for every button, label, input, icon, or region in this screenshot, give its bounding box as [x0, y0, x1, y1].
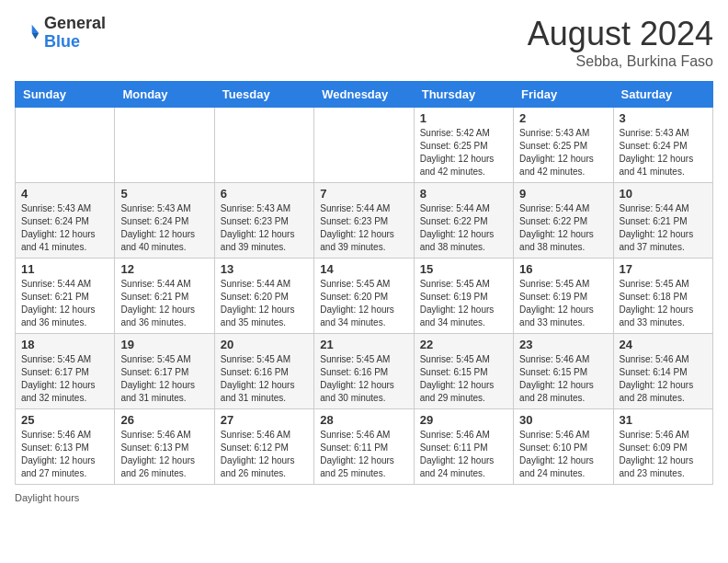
calendar-cell: 21Sunrise: 5:45 AM Sunset: 6:16 PM Dayli… — [314, 334, 414, 409]
day-number: 28 — [320, 413, 407, 427]
day-info: Sunrise: 5:44 AM Sunset: 6:20 PM Dayligh… — [221, 278, 308, 329]
day-info: Sunrise: 5:46 AM Sunset: 6:14 PM Dayligh… — [620, 353, 707, 405]
calendar-cell — [314, 108, 414, 183]
day-info: Sunrise: 5:43 AM Sunset: 6:24 PM Dayligh… — [620, 127, 707, 178]
calendar-cell: 3Sunrise: 5:43 AM Sunset: 6:24 PM Daylig… — [613, 108, 712, 183]
location-subtitle: Sebba, Burkina Faso — [528, 53, 713, 70]
day-number: 7 — [320, 187, 407, 201]
calendar-cell — [115, 108, 214, 183]
weekday-header-tuesday: Tuesday — [214, 82, 313, 108]
day-info: Sunrise: 5:45 AM Sunset: 6:18 PM Dayligh… — [620, 278, 707, 329]
day-info: Sunrise: 5:44 AM Sunset: 6:21 PM Dayligh… — [120, 278, 208, 329]
footer: Daylight hours — [15, 492, 713, 503]
calendar-cell: 5Sunrise: 5:43 AM Sunset: 6:24 PM Daylig… — [115, 183, 214, 259]
calendar-cell: 24Sunrise: 5:46 AM Sunset: 6:14 PM Dayli… — [613, 334, 712, 409]
day-info: Sunrise: 5:45 AM Sunset: 6:17 PM Dayligh… — [21, 353, 108, 405]
calendar-cell: 22Sunrise: 5:45 AM Sunset: 6:15 PM Dayli… — [414, 334, 513, 409]
day-info: Sunrise: 5:45 AM Sunset: 6:16 PM Dayligh… — [320, 353, 407, 405]
day-number: 6 — [221, 187, 308, 201]
day-number: 13 — [221, 262, 308, 276]
logo-text: General Blue — [44, 15, 106, 52]
day-info: Sunrise: 5:43 AM Sunset: 6:24 PM Dayligh… — [120, 202, 208, 254]
day-number: 1 — [420, 111, 507, 125]
calendar-week-row: 11Sunrise: 5:44 AM Sunset: 6:21 PM Dayli… — [16, 259, 713, 334]
day-number: 19 — [120, 338, 208, 351]
day-info: Sunrise: 5:46 AM Sunset: 6:10 PM Dayligh… — [519, 429, 607, 480]
day-number: 21 — [320, 338, 407, 351]
day-number: 2 — [519, 111, 607, 125]
month-title: August 2024 — [528, 15, 713, 53]
day-number: 9 — [519, 187, 607, 201]
calendar-week-row: 4Sunrise: 5:43 AM Sunset: 6:24 PM Daylig… — [16, 183, 713, 259]
calendar-cell: 13Sunrise: 5:44 AM Sunset: 6:20 PM Dayli… — [214, 259, 313, 334]
day-info: Sunrise: 5:45 AM Sunset: 6:19 PM Dayligh… — [519, 278, 607, 329]
weekday-header-thursday: Thursday — [414, 82, 513, 108]
calendar-cell: 2Sunrise: 5:43 AM Sunset: 6:25 PM Daylig… — [514, 108, 613, 183]
day-number: 10 — [620, 187, 707, 201]
day-info: Sunrise: 5:46 AM Sunset: 6:13 PM Dayligh… — [21, 429, 108, 480]
day-info: Sunrise: 5:46 AM Sunset: 6:12 PM Dayligh… — [221, 429, 308, 480]
day-number: 29 — [420, 413, 507, 427]
day-number: 23 — [519, 338, 607, 351]
day-info: Sunrise: 5:44 AM Sunset: 6:21 PM Dayligh… — [620, 202, 707, 254]
calendar-table: SundayMondayTuesdayWednesdayThursdayFrid… — [15, 81, 713, 485]
logo-icon — [15, 20, 40, 46]
day-number: 4 — [21, 187, 108, 201]
day-info: Sunrise: 5:44 AM Sunset: 6:22 PM Dayligh… — [519, 202, 607, 254]
calendar-cell: 6Sunrise: 5:43 AM Sunset: 6:23 PM Daylig… — [214, 183, 313, 259]
calendar-week-row: 25Sunrise: 5:46 AM Sunset: 6:13 PM Dayli… — [16, 409, 713, 485]
calendar-cell: 7Sunrise: 5:44 AM Sunset: 6:23 PM Daylig… — [314, 183, 414, 259]
day-number: 8 — [420, 187, 507, 201]
day-number: 26 — [120, 413, 208, 427]
calendar-cell: 17Sunrise: 5:45 AM Sunset: 6:18 PM Dayli… — [613, 259, 712, 334]
calendar-cell: 12Sunrise: 5:44 AM Sunset: 6:21 PM Dayli… — [115, 259, 214, 334]
day-number: 30 — [519, 413, 607, 427]
calendar-cell: 1Sunrise: 5:42 AM Sunset: 6:25 PM Daylig… — [414, 108, 513, 183]
calendar-cell: 4Sunrise: 5:43 AM Sunset: 6:24 PM Daylig… — [16, 183, 115, 259]
weekday-header-wednesday: Wednesday — [314, 82, 414, 108]
daylight-hours-label: Daylight hours — [15, 492, 79, 503]
day-number: 16 — [519, 262, 607, 276]
svg-marker-0 — [32, 24, 39, 32]
calendar-cell: 31Sunrise: 5:46 AM Sunset: 6:09 PM Dayli… — [613, 409, 712, 485]
logo: General Blue — [15, 15, 106, 52]
day-info: Sunrise: 5:46 AM Sunset: 6:15 PM Dayligh… — [519, 353, 607, 405]
day-number: 27 — [221, 413, 308, 427]
day-info: Sunrise: 5:46 AM Sunset: 6:13 PM Dayligh… — [120, 429, 208, 480]
calendar-cell: 27Sunrise: 5:46 AM Sunset: 6:12 PM Dayli… — [214, 409, 313, 485]
calendar-week-row: 18Sunrise: 5:45 AM Sunset: 6:17 PM Dayli… — [16, 334, 713, 409]
calendar-cell: 19Sunrise: 5:45 AM Sunset: 6:17 PM Dayli… — [115, 334, 214, 409]
day-number: 22 — [420, 338, 507, 351]
calendar-cell: 14Sunrise: 5:45 AM Sunset: 6:20 PM Dayli… — [314, 259, 414, 334]
day-info: Sunrise: 5:46 AM Sunset: 6:09 PM Dayligh… — [620, 429, 707, 480]
calendar-cell: 9Sunrise: 5:44 AM Sunset: 6:22 PM Daylig… — [514, 183, 613, 259]
day-number: 12 — [120, 262, 208, 276]
calendar-week-row: 1Sunrise: 5:42 AM Sunset: 6:25 PM Daylig… — [16, 108, 713, 183]
day-info: Sunrise: 5:44 AM Sunset: 6:21 PM Dayligh… — [21, 278, 108, 329]
weekday-header-row: SundayMondayTuesdayWednesdayThursdayFrid… — [16, 82, 713, 108]
calendar-cell: 10Sunrise: 5:44 AM Sunset: 6:21 PM Dayli… — [613, 183, 712, 259]
day-number: 15 — [420, 262, 507, 276]
day-number: 3 — [620, 111, 707, 125]
day-info: Sunrise: 5:46 AM Sunset: 6:11 PM Dayligh… — [420, 429, 507, 480]
header: General Blue August 2024 Sebba, Burkina … — [15, 15, 713, 70]
calendar-cell — [16, 108, 115, 183]
day-info: Sunrise: 5:45 AM Sunset: 6:20 PM Dayligh… — [320, 278, 407, 329]
weekday-header-friday: Friday — [514, 82, 613, 108]
calendar-cell: 11Sunrise: 5:44 AM Sunset: 6:21 PM Dayli… — [16, 259, 115, 334]
weekday-header-sunday: Sunday — [16, 82, 115, 108]
day-number: 31 — [620, 413, 707, 427]
day-info: Sunrise: 5:43 AM Sunset: 6:24 PM Dayligh… — [21, 202, 108, 254]
day-info: Sunrise: 5:45 AM Sunset: 6:19 PM Dayligh… — [420, 278, 507, 329]
day-number: 14 — [320, 262, 407, 276]
day-number: 5 — [120, 187, 208, 201]
weekday-header-saturday: Saturday — [613, 82, 712, 108]
calendar-cell — [214, 108, 313, 183]
day-number: 17 — [620, 262, 707, 276]
svg-marker-1 — [32, 33, 39, 40]
day-info: Sunrise: 5:43 AM Sunset: 6:23 PM Dayligh… — [221, 202, 308, 254]
calendar-cell: 25Sunrise: 5:46 AM Sunset: 6:13 PM Dayli… — [16, 409, 115, 485]
day-info: Sunrise: 5:44 AM Sunset: 6:23 PM Dayligh… — [320, 202, 407, 254]
day-number: 25 — [21, 413, 108, 427]
day-info: Sunrise: 5:43 AM Sunset: 6:25 PM Dayligh… — [519, 127, 607, 178]
